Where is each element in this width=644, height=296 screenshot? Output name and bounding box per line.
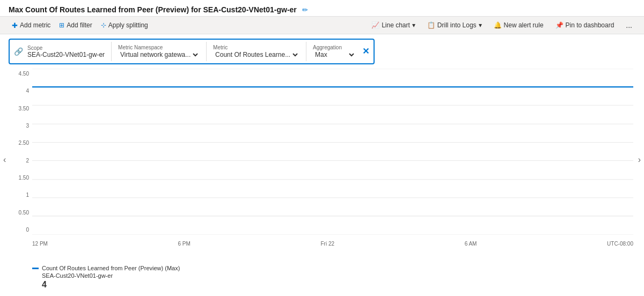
x-axis: 12 PM 6 PM Fri 22 6 AM UTC-08:00 (32, 241, 633, 247)
x-label-6pm: 6 PM (178, 241, 191, 247)
nav-right-button[interactable]: › (636, 153, 643, 167)
legend: Count Of Routes Learned from Peer (Previ… (0, 263, 644, 292)
metric-label: Metric (213, 45, 299, 50)
toolbar: ✚ Add metric ⊞ Add filter ⊹ Apply splitt… (0, 16, 644, 34)
scope-group: Scope SEA-Cust20-VNet01-gw-er (27, 45, 105, 58)
alert-icon: 🔔 (494, 21, 502, 29)
split-icon: ⊹ (101, 21, 106, 29)
y-label-150: 1.50 (19, 175, 29, 181)
x-label-6am: 6 AM (465, 241, 477, 247)
chevron-down-icon2: ▾ (479, 21, 482, 29)
aggregation-label: Aggregation (313, 45, 356, 50)
legend-color-swatch (32, 268, 39, 269)
more-options-button[interactable]: ... (623, 20, 635, 31)
scope-value: SEA-Cust20-VNet01-gw-er (27, 51, 105, 58)
toolbar-right: 📈 Line chart ▾ 📋 Drill into Logs ▾ 🔔 New… (368, 20, 635, 31)
add-filter-button[interactable]: ⊞ Add filter (56, 20, 95, 30)
apply-splitting-button[interactable]: ⊹ Apply splitting (98, 20, 151, 30)
y-label-250: 2.50 (19, 140, 29, 146)
page-title: Max Count Of Routes Learned from Peer (P… (9, 5, 297, 14)
metric-select[interactable]: Count Of Routes Learne... (213, 50, 299, 59)
aggregation-select[interactable]: Max (313, 50, 356, 59)
y-label-350: 3.50 (19, 106, 29, 112)
scope-label: Scope (27, 45, 105, 51)
scope-icon: 🔗 (14, 47, 23, 56)
nav-left-button[interactable]: ‹ (1, 153, 8, 167)
y-label-450: 4.50 (19, 71, 29, 77)
y-label-050: 0.50 (19, 210, 29, 216)
legend-sublabel: SEA-Cust20-VNet01-gw-er (42, 272, 113, 279)
close-filter-button[interactable]: ✕ (362, 47, 369, 56)
line-chart-icon: 📈 (371, 21, 379, 29)
legend-value: 4 (42, 280, 47, 289)
drill-into-logs-button[interactable]: 📋 Drill into Logs ▾ (424, 20, 485, 30)
x-label-utc: UTC-08:00 (607, 241, 633, 247)
y-label-3: 3 (26, 123, 29, 129)
legend-value-row: 4 (32, 280, 612, 290)
page-header: Max Count Of Routes Learned from Peer (P… (0, 0, 644, 16)
pin-to-dashboard-button[interactable]: 📌 Pin to dashboard (552, 20, 618, 30)
chart-inner: 4.50 4 3.50 3 2.50 2 1.50 1 0.50 0 (11, 69, 633, 235)
chart-svg (32, 69, 633, 235)
y-label-4: 4 (26, 88, 29, 94)
filter-divider2 (206, 42, 207, 61)
logs-icon: 📋 (427, 21, 435, 29)
y-axis: 4.50 4 3.50 3 2.50 2 1.50 1 0.50 0 (11, 69, 31, 235)
x-label-12pm: 12 PM (32, 241, 48, 247)
filter-icon: ⊞ (59, 21, 64, 29)
legend-sublabel-row: SEA-Cust20-VNet01-gw-er (32, 272, 612, 279)
toolbar-left: ✚ Add metric ⊞ Add filter ⊹ Apply splitt… (9, 20, 151, 31)
edit-title-button[interactable]: ✏ (300, 6, 310, 14)
new-alert-rule-button[interactable]: 🔔 New alert rule (491, 20, 547, 30)
chart-wrapper: ‹ › 4.50 4 3.50 3 2.50 2 1.50 1 0.50 0 (0, 69, 644, 251)
namespace-select[interactable]: Virtual network gatewa... (118, 50, 200, 59)
y-label-0: 0 (26, 227, 29, 233)
y-label-2: 2 (26, 158, 29, 164)
filter-row: 🔗 Scope SEA-Cust20-VNet01-gw-er Metric N… (0, 34, 644, 69)
legend-label: Count Of Routes Learned from Peer (Previ… (42, 265, 180, 271)
line-chart-button[interactable]: 📈 Line chart ▾ (368, 20, 419, 30)
filter-divider3 (306, 42, 306, 61)
namespace-group: Metric Namespace Virtual network gatewa.… (118, 45, 200, 59)
ellipsis-icon: ... (626, 21, 632, 29)
metric-group: Metric Count Of Routes Learne... (213, 45, 299, 59)
namespace-label: Metric Namespace (118, 45, 200, 50)
chevron-down-icon: ▾ (412, 21, 415, 29)
pin-icon: 📌 (555, 21, 564, 29)
filter-divider1 (111, 42, 112, 61)
y-label-1: 1 (26, 192, 29, 198)
chart-plot (32, 69, 633, 235)
x-label-fri22: Fri 22 (320, 241, 334, 247)
add-metric-button[interactable]: ✚ Add metric (9, 20, 54, 31)
aggregation-group: Aggregation Max (313, 45, 356, 59)
legend-item: Count Of Routes Learned from Peer (Previ… (32, 265, 612, 271)
plus-icon: ✚ (12, 21, 18, 29)
filter-box: 🔗 Scope SEA-Cust20-VNet01-gw-er Metric N… (9, 39, 375, 64)
